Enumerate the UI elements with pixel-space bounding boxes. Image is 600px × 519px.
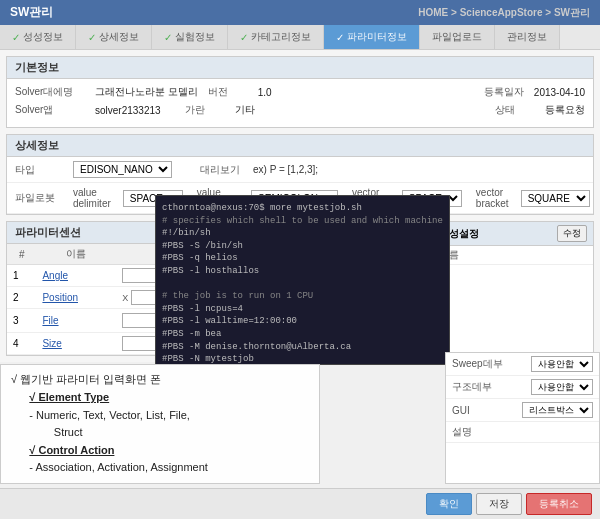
type-select[interactable]: EDISON_NANO (73, 161, 172, 178)
breadcrumb: HOME > ScienceAppStore > SW관리 (418, 6, 590, 20)
tab-label-0: 성성정보 (23, 30, 63, 44)
tab-check-4: ✓ (336, 32, 344, 43)
tab-파라미터정보[interactable]: ✓ 파라미터정보 (324, 25, 420, 49)
attr-panel-edit-btn[interactable]: 수정 (557, 225, 587, 242)
desc-label: 설명 (452, 425, 593, 439)
terminal-content: cthorntoa@nexus:70$ more mytestjob.sh # … (162, 202, 443, 365)
overlay-line-3: - Numeric, Text, Vector, List, File, (11, 407, 309, 425)
tab-관리정보[interactable]: 관리정보 (495, 25, 560, 49)
top-bar: SW관리 HOME > ScienceAppStore > SW관리 (0, 0, 600, 25)
overlay-text-6: - Association, Activation, Assignment (29, 461, 208, 473)
solver-label: Solver앱 (15, 103, 85, 117)
tab-check-1: ✓ (88, 32, 96, 43)
tab-label-6: 관리정보 (507, 30, 547, 44)
vector-bracket-select[interactable]: SQUARE (521, 190, 590, 207)
overlay-line-6: - Association, Activation, Assignment (11, 459, 309, 477)
value-delimiter-label: value delimiter (73, 187, 111, 209)
sweep-row: Sweep데부 사용안합 (446, 353, 599, 376)
save-button[interactable]: 저장 (476, 493, 522, 515)
tab-label-2: 실험정보 (175, 30, 215, 44)
desc-spacer (446, 443, 599, 483)
solver-model-value: 그래전나노라분 모델리 (95, 85, 198, 99)
overlay-line-5: √ Control Action (11, 442, 309, 460)
overlay-line-2: √ Element Type (11, 389, 309, 407)
basic-info-section: 기본정보 Solver대에명 그래전나노라분 모델리 버전 1.0 등록일자 2… (6, 56, 594, 128)
param-name-2[interactable]: Position (42, 292, 78, 303)
gui-label: GUI (452, 405, 518, 416)
overlay-line-4: Struct (11, 424, 309, 442)
tab-카테고리정보[interactable]: ✓ 카테고리정보 (228, 25, 324, 49)
overlay-line-1: √ 웹기반 파라미터 입력화면 폰 (11, 371, 309, 389)
param-name-4[interactable]: Size (42, 338, 61, 349)
cancel-button[interactable]: 등록취소 (526, 493, 592, 515)
basic-info-body: Solver대에명 그래전나노라분 모델리 버전 1.0 등록일자 2013-0… (7, 79, 593, 127)
version-value: 1.0 (258, 87, 272, 98)
category-value: 기타 (235, 103, 255, 117)
sweep-panel: Sweep데부 사용안합 구조데부 사용안합 GUI 리스트박스 설명 (445, 352, 600, 484)
status-value: 등록요청 (545, 103, 585, 117)
lower-overlay: √ 웹기반 파라미터 입력화면 폰 √ Element Type - Numer… (0, 364, 320, 484)
tab-check-2: ✓ (164, 32, 172, 43)
terminal-overlay: cthorntoa@nexus:70$ more mytestjob.sh # … (155, 195, 450, 365)
preview-label: 대리보기 (200, 163, 240, 177)
file-robot-label: 파일로봇 (15, 191, 65, 205)
struct-row: 구조데부 사용안합 (446, 376, 599, 399)
version-label: 버전 (208, 85, 248, 99)
gui-row: GUI 리스트박스 (446, 399, 599, 422)
tab-label-4: 파라미터정보 (347, 30, 407, 44)
sweep-label: Sweep데부 (452, 357, 527, 371)
attr-spacer (433, 265, 593, 275)
col-num: # (7, 244, 36, 265)
desc-row: 설명 (446, 422, 599, 443)
tab-label-5: 파일업로드 (432, 30, 482, 44)
detail-header: 상세정보 (7, 135, 593, 157)
tab-성성정보[interactable]: ✓ 성성정보 (0, 25, 76, 49)
struct-label: 구조데부 (452, 380, 527, 394)
reg-date-value: 2013-04-10 (534, 87, 585, 98)
solver-value: solver2133213 (95, 105, 175, 116)
type-label: 타입 (15, 163, 65, 177)
overlay-text-4: Struct (54, 426, 83, 438)
confirm-button[interactable]: 확인 (426, 493, 472, 515)
category-label: 가란 (185, 103, 225, 117)
info-row-solver: Solver앱 solver2133213 가란 기타 상태 등록요청 (15, 103, 585, 117)
reg-date-label: 등록일자 (484, 85, 524, 99)
tab-check-0: ✓ (12, 32, 20, 43)
overlay-text-3: - Numeric, Text, Vector, List, File, (29, 409, 190, 421)
vector-bracket-label: vector bracket (476, 187, 509, 209)
tab-실험정보[interactable]: ✓ 실험정보 (152, 25, 228, 49)
overlay-text-2: √ Element Type (29, 391, 109, 403)
overlay-text-1: √ 웹기반 파라미터 입력화면 폰 (11, 373, 161, 385)
tab-label-3: 카테고리정보 (251, 30, 311, 44)
overlay-text-5: √ Control Action (29, 444, 114, 456)
status-label: 상태 (495, 103, 535, 117)
param-num-1: 1 (7, 265, 36, 287)
tab-파일업로드[interactable]: 파일업로드 (420, 25, 495, 49)
tab-상세정보[interactable]: ✓ 상세정보 (76, 25, 152, 49)
bottom-bar: 확인 저장 등록취소 (0, 488, 600, 519)
param-name-1[interactable]: Angle (42, 270, 68, 281)
col-name: 이름 (36, 244, 116, 265)
x-label: X (122, 293, 128, 303)
basic-info-title: 기본정보 (15, 61, 59, 73)
param-num-2: 2 (7, 287, 36, 309)
tab-label-1: 상세정보 (99, 30, 139, 44)
sweep-select[interactable]: 사용안합 (531, 356, 593, 372)
gui-select[interactable]: 리스트박스 (522, 402, 593, 418)
param-right-panel: 속성설정 수정 이름 (433, 222, 593, 355)
attr-name-row: 이름 (433, 246, 593, 265)
app-title: SW관리 (10, 4, 53, 21)
info-row-solver-model: Solver대에명 그래전나노라분 모델리 버전 1.0 등록일자 2013-0… (15, 85, 585, 99)
param-num-3: 3 (7, 309, 36, 333)
param-num-4: 4 (7, 333, 36, 355)
basic-info-header: 기본정보 (7, 57, 593, 79)
solver-model-label: Solver대에명 (15, 85, 85, 99)
detail-type-row: 타입 EDISON_NANO 대리보기 ex) P = [1,2,3]; (7, 157, 593, 183)
tab-nav: ✓ 성성정보 ✓ 상세정보 ✓ 실험정보 ✓ 카테고리정보 ✓ 파라미터정보 파… (0, 25, 600, 50)
preview-value: ex) P = [1,2,3]; (253, 164, 318, 175)
param-name-3[interactable]: File (42, 315, 58, 326)
detail-title: 상세정보 (15, 139, 59, 151)
struct-select[interactable]: 사용안합 (531, 379, 593, 395)
tab-check-3: ✓ (240, 32, 248, 43)
